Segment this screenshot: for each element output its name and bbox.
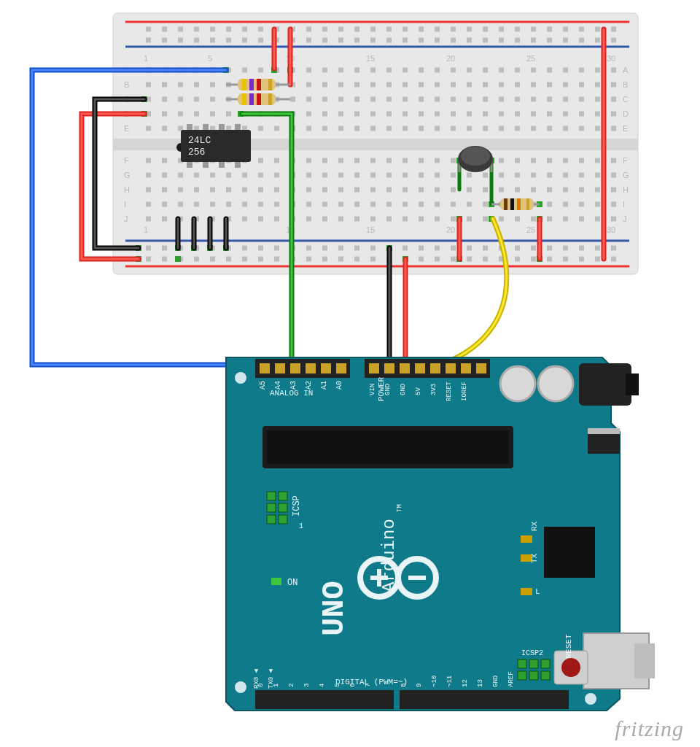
svg-text:13: 13 — [477, 679, 484, 687]
col-label: 15 — [366, 225, 375, 234]
svg-rect-48 — [219, 124, 225, 130]
svg-point-77 — [235, 681, 246, 693]
svg-text:12: 12 — [462, 679, 469, 687]
fritzing-diagram: 1 5 10 15 20 25 30 1 5 10 15 20 25 30 A … — [0, 0, 700, 729]
svg-rect-46 — [187, 124, 192, 130]
svg-rect-97 — [400, 690, 569, 709]
col-label: 25 — [526, 54, 535, 63]
svg-rect-122 — [541, 671, 550, 680]
svg-rect-115 — [267, 515, 276, 524]
row-label: J — [124, 214, 128, 223]
svg-text:6: 6 — [349, 684, 357, 687]
pin-label: IOREF — [461, 382, 468, 401]
row-label: F — [623, 156, 628, 165]
fritzing-credit: fritzing — [615, 716, 684, 741]
svg-rect-51 — [203, 162, 209, 168]
svg-rect-96 — [255, 690, 394, 709]
pin-label: A1 — [320, 381, 328, 390]
col-label: 15 — [366, 54, 375, 63]
row-label: B — [124, 80, 129, 89]
svg-rect-65 — [268, 93, 272, 105]
arduino-uno: RESET ICSP 1 ICSP2 ON RX TX L — [226, 357, 655, 711]
row-label: H — [124, 185, 130, 194]
svg-rect-82 — [275, 363, 285, 374]
svg-rect-81 — [260, 363, 270, 374]
svg-rect-118 — [529, 659, 538, 668]
svg-rect-113 — [267, 503, 276, 512]
col-label: 1 — [144, 54, 148, 63]
svg-rect-63 — [249, 93, 254, 105]
row-label: E — [623, 124, 628, 133]
svg-rect-108 — [634, 643, 655, 678]
svg-rect-100 — [544, 527, 595, 578]
row-label: B — [623, 80, 628, 89]
row-label: F — [124, 156, 129, 165]
icsp2-label: ICSP2 — [521, 649, 543, 657]
row-label: C — [623, 95, 629, 104]
pin-label: 5V — [415, 387, 422, 395]
svg-rect-124 — [521, 535, 532, 543]
svg-rect-53 — [235, 162, 241, 168]
row-label: I — [124, 200, 126, 209]
col-label: 25 — [526, 225, 535, 234]
svg-rect-111 — [267, 492, 276, 500]
on-led-label: ON — [287, 578, 298, 588]
row-label: D — [623, 109, 629, 118]
svg-rect-94 — [461, 363, 471, 374]
svg-point-102 — [538, 366, 573, 401]
svg-rect-62 — [242, 93, 246, 105]
svg-point-76 — [235, 372, 246, 384]
svg-rect-83 — [290, 363, 300, 374]
ic-label-2: 256 — [188, 147, 205, 158]
svg-rect-52 — [219, 162, 225, 168]
pin-label: A0 — [335, 381, 343, 390]
svg-rect-119 — [541, 659, 550, 668]
col-label: 5 — [208, 54, 212, 63]
svg-rect-114 — [279, 503, 287, 512]
pin-label: A3 — [289, 381, 298, 390]
svg-rect-73 — [510, 198, 514, 210]
svg-point-69 — [461, 147, 490, 166]
pin-label: A2 — [305, 381, 313, 390]
svg-point-101 — [500, 366, 535, 401]
col-label: 1 — [144, 225, 148, 234]
col-label: 20 — [446, 54, 455, 63]
row-label: I — [623, 200, 625, 209]
svg-text:AREF: AREF — [508, 671, 515, 687]
row-label: J — [623, 214, 627, 223]
icsp1-label: 1 — [299, 522, 303, 530]
svg-rect-57 — [249, 79, 254, 90]
svg-text:9: 9 — [416, 684, 423, 687]
svg-text:2: 2 — [288, 684, 295, 687]
svg-rect-89 — [384, 363, 394, 374]
col-label: 20 — [446, 225, 455, 234]
svg-text:GND: GND — [492, 676, 499, 687]
rx-label: RX — [530, 521, 539, 531]
svg-rect-64 — [257, 93, 261, 105]
row-label: G — [124, 171, 131, 179]
icsp-label: ICSP — [292, 495, 302, 516]
svg-text:~10: ~10 — [431, 676, 438, 687]
row-label: E — [124, 124, 129, 133]
svg-rect-104 — [626, 374, 639, 395]
svg-rect-86 — [336, 363, 346, 374]
svg-rect-120 — [518, 671, 526, 680]
svg-rect-74 — [517, 198, 521, 210]
ic-label-1: 24LC — [188, 135, 211, 146]
svg-text:0: 0 — [257, 684, 265, 687]
svg-rect-59 — [268, 79, 272, 90]
row-label: G — [623, 171, 629, 179]
svg-rect-95 — [476, 363, 486, 374]
svg-rect-72 — [504, 198, 508, 210]
svg-rect-92 — [430, 363, 440, 374]
svg-point-110 — [561, 658, 580, 677]
pin-label: RESET — [446, 381, 453, 401]
l-label: L — [535, 587, 540, 596]
svg-rect-84 — [306, 363, 316, 374]
svg-rect-56 — [242, 79, 246, 90]
svg-rect-123 — [271, 578, 281, 585]
svg-rect-50 — [187, 162, 192, 168]
svg-rect-75 — [526, 198, 529, 210]
svg-rect-117 — [518, 659, 526, 668]
row-label: A — [623, 66, 629, 74]
